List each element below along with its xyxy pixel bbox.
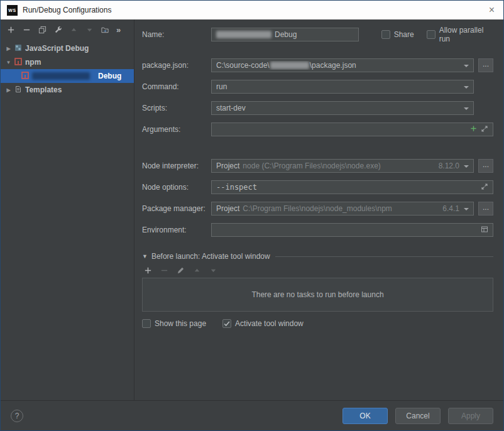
package-json-combobox[interactable]: C:\source-code\ \package.json [211, 58, 474, 72]
dialog-footer: ? OK Cancel Apply [1, 400, 503, 430]
package-json-row: package.json: C:\source-code\ \package.j… [142, 58, 493, 72]
chevron-down-icon[interactable]: ▼ [6, 60, 11, 65]
expand-field-icon[interactable] [481, 183, 488, 192]
node-interpreter-path: node (C:\Program Files\nodejs\node.exe) [243, 161, 380, 170]
chevron-down-icon[interactable] [464, 65, 469, 67]
arguments-input[interactable] [211, 123, 493, 136]
configurations-tree-panel: » ▶ JavaScript Debug ▼ npm [1, 19, 134, 400]
share-checkbox[interactable]: Share [381, 30, 414, 39]
allow-parallel-run-label: Allow parallel run [439, 26, 493, 43]
chevron-right-icon[interactable]: ▶ [6, 46, 11, 52]
package-manager-row: Package manager: Project C:\Program File… [142, 202, 493, 216]
name-row: Name: Debug Share Allow parallel run [142, 26, 493, 43]
environment-input[interactable] [211, 223, 493, 237]
name-value: Debug [275, 30, 297, 39]
browse-package-json-button[interactable]: ... [478, 58, 493, 72]
redacted-text [270, 62, 309, 69]
add-macro-icon[interactable] [470, 125, 477, 134]
show-more-actions-icon[interactable]: » [116, 25, 121, 35]
node-options-label: Node options: [142, 183, 211, 192]
browse-variables-icon[interactable] [481, 226, 488, 235]
help-button[interactable]: ? [11, 410, 23, 422]
cancel-button[interactable]: Cancel [395, 408, 441, 424]
chevron-down-icon[interactable] [464, 208, 469, 210]
checkbox-checked-icon[interactable] [222, 319, 231, 328]
scripts-combobox[interactable]: start-dev [211, 101, 474, 115]
move-down-icon[interactable] [85, 25, 94, 34]
chevron-down-icon[interactable] [464, 107, 469, 110]
checkbox-icon[interactable] [142, 319, 151, 328]
node-interpreter-label: Node interpreter: [142, 161, 211, 170]
move-up-icon[interactable] [69, 25, 78, 34]
node-options-value: --inspect [216, 183, 257, 192]
scripts-value: start-dev [216, 104, 246, 112]
chevron-right-icon[interactable]: ▶ [6, 87, 11, 93]
node-interpreter-row: Node interpreter: Project node (C:\Progr… [142, 159, 493, 173]
arguments-label: Arguments: [142, 125, 211, 134]
move-down-icon[interactable] [209, 266, 217, 275]
tree-item-npm-debug-selected[interactable]: Debug [1, 69, 134, 83]
node-options-input[interactable]: --inspect [211, 180, 493, 194]
edit-defaults-wrench-icon[interactable] [53, 25, 62, 34]
browse-node-interpreter-button[interactable]: ... [478, 159, 493, 173]
chevron-down-icon[interactable] [464, 86, 469, 89]
webstorm-logo-icon: WS [7, 5, 18, 16]
templates-icon [14, 85, 22, 95]
show-this-page-checkbox[interactable]: Show this page [142, 319, 206, 328]
no-tasks-message: There are no tasks to run before launch [251, 290, 383, 299]
window-title: Run/Debug Configurations [23, 6, 111, 14]
package-json-path-prefix: C:\source-code\ [216, 61, 270, 70]
remove-icon[interactable] [22, 25, 31, 34]
environment-row: Environment: [142, 223, 493, 237]
package-json-path-suffix: \package.json [310, 61, 356, 70]
node-interpreter-version: 8.12.0 [434, 161, 459, 170]
configurations-tree: ▶ JavaScript Debug ▼ npm [1, 40, 134, 400]
activate-tool-window-label: Activate tool window [235, 319, 304, 328]
checkbox-icon[interactable] [381, 30, 390, 39]
create-folder-icon[interactable] [101, 25, 109, 34]
package-json-label: package.json: [142, 61, 211, 70]
tasks-toolbar [143, 266, 493, 275]
chevron-down-icon[interactable] [464, 165, 469, 168]
tree-item-templates[interactable]: ▶ Templates [1, 83, 134, 97]
copy-icon[interactable] [38, 25, 47, 34]
chevron-down-icon[interactable]: ▼ [142, 253, 148, 259]
expand-field-icon[interactable] [481, 125, 488, 134]
add-icon[interactable] [143, 266, 152, 275]
package-manager-combobox[interactable]: Project C:\Program Files\nodejs\node_mod… [211, 202, 474, 216]
close-icon[interactable]: × [486, 4, 497, 16]
npm-icon [14, 58, 22, 67]
before-launch-section-header[interactable]: ▼ Before launch: Activate tool window [142, 252, 493, 261]
show-this-page-label: Show this page [155, 319, 206, 328]
activate-tool-window-checkbox[interactable]: Activate tool window [222, 319, 304, 328]
edit-icon[interactable] [176, 266, 185, 275]
before-launch-tasks-list: There are no tasks to run before launch [142, 278, 493, 312]
node-interpreter-combobox[interactable]: Project node (C:\Program Files\nodejs\no… [211, 159, 474, 173]
redacted-text [216, 31, 271, 38]
apply-button[interactable]: Apply [448, 408, 493, 424]
add-icon[interactable] [6, 25, 15, 34]
ok-button[interactable]: OK [342, 408, 388, 424]
tree-item-label: npm [25, 58, 41, 67]
tree-item-label: JavaScript Debug [25, 44, 89, 53]
redacted-text [32, 72, 90, 80]
move-up-icon[interactable] [192, 266, 201, 275]
tree-item-npm-group[interactable]: ▼ npm [1, 55, 134, 69]
package-manager-label: Package manager: [142, 204, 211, 213]
section-divider [275, 256, 493, 257]
configuration-form: Name: Debug Share Allow parallel run pac… [134, 19, 503, 400]
checkbox-icon[interactable] [427, 30, 436, 39]
tree-item-label: Debug [98, 72, 121, 80]
share-label: Share [394, 30, 414, 39]
name-input[interactable]: Debug [211, 28, 359, 41]
run-debug-configurations-dialog: WS Run/Debug Configurations × [0, 0, 504, 431]
tree-item-javascript-debug[interactable]: ▶ JavaScript Debug [1, 41, 134, 55]
allow-parallel-run-checkbox[interactable]: Allow parallel run [427, 26, 493, 43]
browse-package-manager-button[interactable]: ... [478, 202, 493, 216]
tree-toolbar: » [1, 19, 134, 40]
tree-item-label: Templates [25, 85, 62, 94]
remove-icon[interactable] [160, 266, 168, 275]
environment-label: Environment: [142, 226, 211, 234]
command-combobox[interactable]: run [211, 80, 474, 94]
arguments-row: Arguments: [142, 123, 493, 136]
